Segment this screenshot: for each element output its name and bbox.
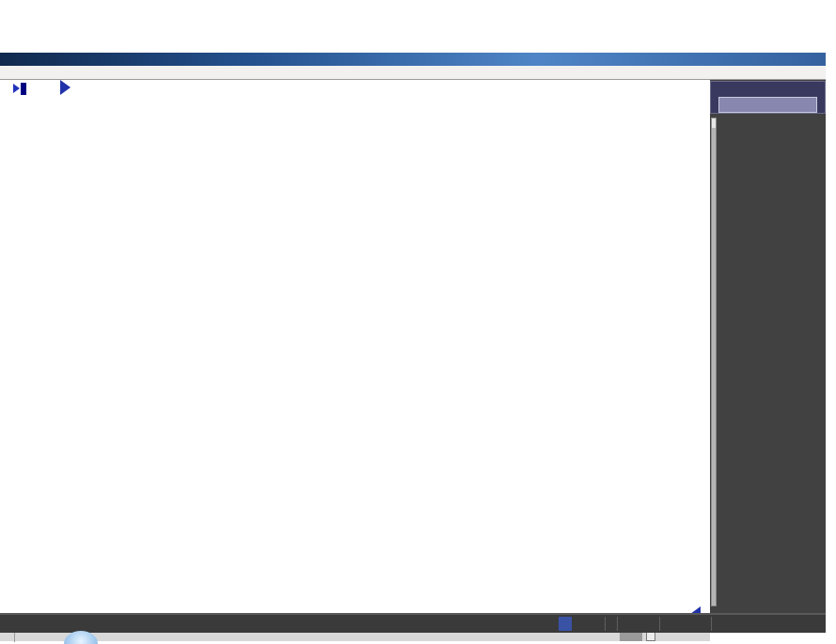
svc-status-label xyxy=(700,617,712,631)
menu-bar xyxy=(0,66,826,80)
softkey-scrollbar-thumb[interactable] xyxy=(712,118,716,128)
status-bar xyxy=(0,613,826,633)
analyzer-window xyxy=(0,53,826,633)
swr-plot xyxy=(71,131,702,631)
page xyxy=(0,0,836,644)
softkey-panel xyxy=(710,80,826,613)
softkey-scrollbar[interactable] xyxy=(711,118,717,606)
softkey-header-value xyxy=(718,97,817,113)
trace-header xyxy=(13,83,32,96)
softkey-header xyxy=(710,81,826,114)
measurement-screen xyxy=(0,80,710,613)
meas-status-badge xyxy=(559,617,572,631)
reference-level-arrow-icon xyxy=(60,80,71,95)
window-titlebar xyxy=(0,53,826,66)
active-trace-arrow-icon xyxy=(13,84,20,93)
stop-status-label xyxy=(605,617,618,631)
extref-status-label xyxy=(648,617,660,631)
trace-number-badge xyxy=(21,83,26,95)
